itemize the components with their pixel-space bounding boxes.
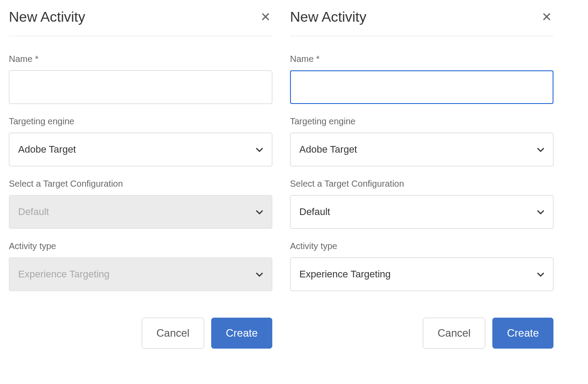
dialog-header: New Activity ✕ bbox=[9, 9, 272, 36]
engine-field-group: Targeting engine Adobe Target bbox=[9, 116, 272, 166]
dialog-title: New Activity bbox=[290, 9, 366, 25]
engine-select-value: Adobe Target bbox=[18, 144, 76, 155]
config-select: Default bbox=[9, 195, 272, 229]
type-select-wrapper: Experience Targeting bbox=[290, 257, 553, 291]
type-field-group: Activity type Experience Targeting bbox=[9, 241, 272, 291]
name-field-group: Name * bbox=[290, 54, 553, 104]
new-activity-dialog-right: New Activity ✕ Name * Targeting engine A… bbox=[290, 9, 553, 349]
type-label: Activity type bbox=[9, 241, 272, 251]
close-icon: ✕ bbox=[542, 10, 552, 24]
type-select-value: Experience Targeting bbox=[299, 269, 391, 280]
engine-label: Targeting engine bbox=[9, 116, 272, 127]
config-label: Select a Target Configuration bbox=[290, 179, 553, 189]
config-select[interactable]: Default bbox=[290, 195, 553, 229]
config-select-wrapper: Default bbox=[290, 195, 553, 229]
dialog-footer: Cancel Create bbox=[9, 318, 272, 349]
name-input[interactable] bbox=[9, 70, 272, 104]
type-select-value: Experience Targeting bbox=[18, 269, 109, 280]
type-select-wrapper: Experience Targeting bbox=[9, 257, 272, 291]
config-field-group: Select a Target Configuration Default bbox=[290, 179, 553, 229]
dialog-header: New Activity ✕ bbox=[290, 9, 553, 36]
config-label: Select a Target Configuration bbox=[9, 179, 272, 189]
name-field-group: Name * bbox=[9, 54, 272, 104]
config-select-value: Default bbox=[299, 206, 330, 218]
engine-select-wrapper: Adobe Target bbox=[290, 133, 553, 166]
close-button[interactable]: ✕ bbox=[259, 9, 272, 25]
engine-select-wrapper: Adobe Target bbox=[9, 133, 272, 166]
type-field-group: Activity type Experience Targeting bbox=[290, 241, 553, 291]
config-select-value: Default bbox=[18, 206, 49, 218]
config-select-wrapper: Default bbox=[9, 195, 272, 229]
close-icon: ✕ bbox=[260, 10, 271, 24]
type-select[interactable]: Experience Targeting bbox=[290, 257, 553, 291]
dialog-footer: Cancel Create bbox=[290, 318, 553, 349]
close-button[interactable]: ✕ bbox=[540, 9, 553, 25]
create-button[interactable]: Create bbox=[211, 318, 272, 349]
create-button[interactable]: Create bbox=[492, 318, 553, 349]
name-label: Name * bbox=[9, 54, 272, 64]
engine-label: Targeting engine bbox=[290, 116, 553, 127]
dialog-title: New Activity bbox=[9, 9, 85, 25]
name-input[interactable] bbox=[290, 70, 553, 104]
new-activity-dialog-left: New Activity ✕ Name * Targeting engine A… bbox=[9, 9, 272, 349]
config-field-group: Select a Target Configuration Default bbox=[9, 179, 272, 229]
cancel-button[interactable]: Cancel bbox=[142, 318, 204, 349]
engine-select[interactable]: Adobe Target bbox=[9, 133, 272, 166]
type-select: Experience Targeting bbox=[9, 257, 272, 291]
engine-select[interactable]: Adobe Target bbox=[290, 133, 553, 166]
name-label: Name * bbox=[290, 54, 553, 64]
engine-select-value: Adobe Target bbox=[299, 144, 357, 155]
type-label: Activity type bbox=[290, 241, 553, 251]
engine-field-group: Targeting engine Adobe Target bbox=[290, 116, 553, 166]
cancel-button[interactable]: Cancel bbox=[423, 318, 485, 349]
